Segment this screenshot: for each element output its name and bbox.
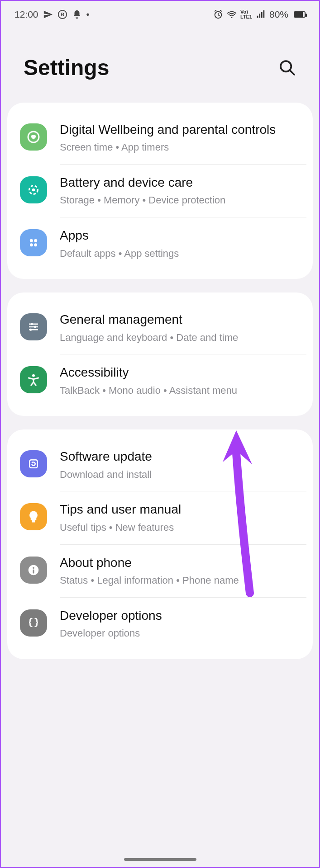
svg-point-11: [30, 243, 33, 246]
item-digital-wellbeing[interactable]: Digital Wellbeing and parental controls …: [7, 112, 313, 164]
signal-icon: [256, 9, 266, 19]
item-title: Digital Wellbeing and parental controls: [60, 122, 300, 138]
settings-card-3: Software update Download and install Tip…: [7, 429, 313, 659]
item-title: About phone: [60, 555, 300, 571]
battery-percent: 80%: [269, 9, 288, 20]
item-title: Software update: [60, 448, 300, 465]
device-care-icon: [20, 176, 47, 203]
item-sub: Developer options: [60, 627, 300, 640]
item-title: Battery and device care: [60, 175, 300, 191]
lightbulb-icon: [20, 503, 47, 530]
item-tips-manual[interactable]: Tips and user manual Useful tips • New f…: [7, 491, 313, 544]
item-software-update[interactable]: Software update Download and install: [7, 439, 313, 491]
item-sub: TalkBack • Mono audio • Assistant menu: [60, 384, 300, 397]
svg-rect-20: [29, 460, 38, 468]
sliders-icon: [20, 313, 47, 340]
battery-icon: [294, 11, 306, 18]
header: Settings: [1, 28, 319, 103]
page-title: Settings: [24, 55, 109, 80]
svg-point-8: [32, 189, 35, 191]
volte-icon: Vo)LTE1: [240, 9, 252, 19]
dot-icon: •: [86, 9, 90, 20]
accessibility-icon: [20, 366, 47, 393]
svg-text:B: B: [61, 12, 64, 17]
item-sub: Useful tips • New features: [60, 521, 300, 534]
item-title: Accessibility: [60, 364, 300, 381]
item-title: Developer options: [60, 608, 300, 624]
svg-rect-23: [33, 569, 34, 573]
item-battery-care[interactable]: Battery and device care Storage • Memory…: [7, 165, 313, 217]
search-icon[interactable]: [278, 59, 296, 77]
settings-card-2: General management Language and keyboard…: [7, 292, 313, 416]
item-sub: Download and install: [60, 468, 300, 481]
item-sub: Status • Legal information • Phone name: [60, 574, 300, 587]
item-about-phone[interactable]: About phone Status • Legal information •…: [7, 545, 313, 597]
item-title: General management: [60, 311, 300, 328]
nav-pill[interactable]: [124, 858, 196, 861]
svg-point-14: [31, 323, 33, 325]
send-icon: [43, 9, 53, 19]
svg-point-12: [34, 243, 37, 246]
status-time: 12:00: [14, 9, 38, 20]
item-title: Apps: [60, 227, 300, 244]
svg-point-10: [34, 239, 37, 242]
braces-icon: [20, 609, 47, 637]
item-title: Tips and user manual: [60, 501, 300, 518]
svg-point-18: [29, 329, 32, 331]
item-developer-options[interactable]: Developer options Developer options: [7, 598, 313, 650]
status-right: Vo)LTE1 80%: [213, 9, 306, 20]
status-left: 12:00 B •: [14, 9, 90, 20]
svg-point-19: [32, 374, 35, 377]
item-sub: Default apps • App settings: [60, 247, 300, 260]
item-apps[interactable]: Apps Default apps • App settings: [7, 217, 313, 270]
svg-point-22: [33, 567, 34, 569]
alarm-icon: [213, 9, 223, 19]
status-bar: 12:00 B • Vo)LTE1 80%: [1, 1, 319, 28]
svg-point-9: [30, 239, 33, 242]
item-accessibility[interactable]: Accessibility TalkBack • Mono audio • As…: [7, 354, 313, 407]
wifi-icon: [227, 9, 237, 19]
settings-card-1: Digital Wellbeing and parental controls …: [7, 103, 313, 279]
item-sub: Storage • Memory • Device protection: [60, 193, 300, 207]
item-general-management[interactable]: General management Language and keyboard…: [7, 302, 313, 354]
circle-b-icon: B: [57, 9, 67, 19]
item-sub: Screen time • App timers: [60, 141, 300, 154]
update-icon: [20, 450, 47, 477]
info-icon: [20, 557, 47, 584]
apps-grid-icon: [20, 229, 47, 256]
svg-point-3: [231, 17, 233, 18]
item-sub: Language and keyboard • Date and time: [60, 331, 300, 344]
bell-icon: [72, 9, 82, 19]
svg-point-16: [34, 326, 36, 328]
svg-line-5: [290, 70, 294, 74]
heart-circle-icon: [20, 123, 47, 151]
